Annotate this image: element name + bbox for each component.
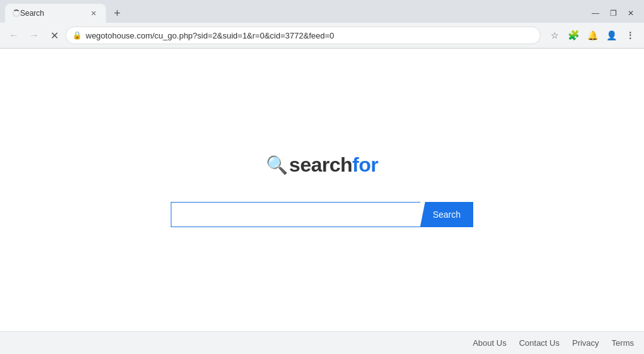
maximize-icon: ❐ [610, 9, 617, 18]
tab-close-button[interactable]: ✕ [88, 8, 98, 18]
alert-icon: 🔔 [587, 30, 598, 40]
logo-for-word: for [352, 153, 378, 176]
toolbar-icons: ☆ 🧩 🔔 👤 ⋮ [546, 27, 639, 44]
tab-favicon [13, 9, 20, 17]
address-text: wegotohouse.com/cu_go.php?sid=2&suid=1&r… [86, 31, 534, 40]
reload-icon: ✕ [50, 30, 59, 42]
profile-button[interactable]: 👤 [602, 27, 620, 44]
logo-text: searchfor [289, 153, 378, 177]
forward-button[interactable]: → [25, 27, 43, 44]
back-button[interactable]: ← [5, 27, 23, 44]
bookmark-icon: ☆ [551, 30, 559, 40]
new-tab-button[interactable]: + [108, 4, 126, 22]
search-box-container: Search [171, 202, 473, 227]
profile-icon: 👤 [606, 30, 617, 40]
forward-icon: → [29, 30, 39, 41]
bookmark-button[interactable]: ☆ [546, 27, 563, 44]
reload-button[interactable]: ✕ [45, 27, 63, 44]
logo-container: 🔍 searchfor [266, 153, 378, 177]
window-controls: — ❐ ✕ [587, 5, 639, 21]
menu-button[interactable]: ⋮ [621, 27, 639, 44]
minimize-icon: — [592, 9, 599, 18]
lock-icon: 🔒 [72, 31, 82, 40]
menu-icon: ⋮ [626, 30, 635, 40]
new-tab-icon: + [114, 7, 121, 20]
browser-chrome: Search ✕ + — ❐ ✕ ← → ✕ 🔒 [0, 0, 644, 49]
close-icon: ✕ [628, 9, 634, 18]
back-icon: ← [9, 30, 19, 41]
page-content: 🔍 searchfor Search [0, 49, 644, 332]
maximize-button[interactable]: ❐ [605, 5, 621, 21]
search-button[interactable]: Search [420, 202, 473, 227]
close-button[interactable]: ✕ [623, 5, 639, 21]
address-bar[interactable]: 🔒 wegotohouse.com/cu_go.php?sid=2&suid=1… [66, 27, 541, 44]
active-tab[interactable]: Search ✕ [5, 4, 106, 23]
tab-title: Search [20, 9, 86, 18]
footer: About Us Contact Us Privacy Terms [0, 331, 644, 354]
footer-contact-us-link[interactable]: Contact Us [519, 338, 560, 348]
extensions-button[interactable]: 🧩 [565, 27, 582, 44]
footer-privacy-link[interactable]: Privacy [572, 338, 599, 348]
tab-bar: Search ✕ + — ❐ ✕ [0, 0, 644, 23]
logo-search-icon: 🔍 [266, 155, 288, 175]
alert-button[interactable]: 🔔 [584, 27, 601, 44]
search-input[interactable] [171, 202, 420, 227]
toolbar: ← → ✕ 🔒 wegotohouse.com/cu_go.php?sid=2&… [0, 23, 644, 48]
extensions-icon: 🧩 [568, 30, 580, 41]
minimize-button[interactable]: — [587, 5, 604, 21]
logo-search-word: search [289, 153, 352, 176]
footer-terms-link[interactable]: Terms [612, 338, 634, 348]
footer-about-us-link[interactable]: About Us [473, 338, 506, 348]
